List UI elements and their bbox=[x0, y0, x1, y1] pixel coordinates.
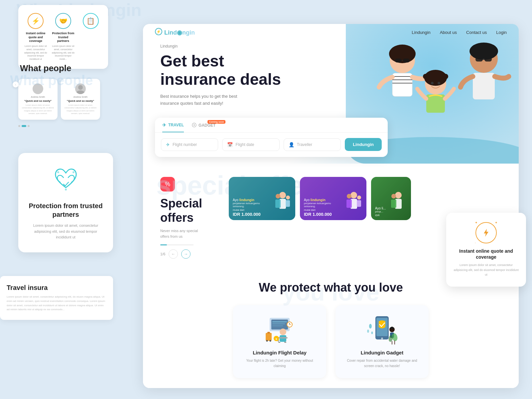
svg-point-1 bbox=[34, 90, 42, 94]
nav-about[interactable]: About us bbox=[440, 30, 457, 35]
discount-percent: % bbox=[165, 181, 170, 188]
flight-date-field[interactable]: 📅 Flight date bbox=[222, 138, 279, 151]
main-panel: ⚡ Lind◉ngin Lindungin About us Contact u… bbox=[143, 24, 519, 388]
svg-rect-79 bbox=[390, 328, 394, 329]
hero-title-line1: Get best bbox=[160, 52, 224, 70]
traveller-field[interactable]: 👤 Traveller bbox=[284, 138, 341, 151]
offer-card-1-content: Ayo lindungin perjalanan keluargamusekar… bbox=[229, 195, 295, 220]
svg-rect-24 bbox=[426, 94, 445, 113]
svg-rect-65 bbox=[284, 342, 286, 343]
testimonial-body-2: Lorem ipsum dolor sit amet, consectetur … bbox=[64, 104, 97, 115]
offer-card-2[interactable]: Ayo lindungin perjalanan keluargamusekar… bbox=[300, 177, 366, 220]
protect-card-flight: $ Lindungin Flight Delay Your flight is … bbox=[233, 305, 326, 378]
offers-progress-fill bbox=[160, 244, 167, 245]
protect-card-gadget: Lindungin Gadget Cover repair from accid… bbox=[335, 305, 429, 378]
svg-point-21 bbox=[443, 74, 448, 79]
feature-instant: ⚡ Instant online quote and coverage Lore… bbox=[24, 13, 47, 61]
svg-rect-28 bbox=[484, 57, 492, 62]
tab-gadget-label: GADGET bbox=[199, 123, 215, 128]
offers-pagination: 1/6 ← → bbox=[160, 249, 217, 259]
form-fields: ✈ Flight number 📅 Flight date 👤 Travelle… bbox=[155, 138, 388, 151]
svg-point-76 bbox=[371, 332, 373, 334]
hero-section: ⚡ Lind◉ngin Lindungin About us Contact u… bbox=[143, 24, 519, 164]
flight-icon: ✈ bbox=[166, 142, 170, 147]
feature-protection-title: Protection from trusted partners bbox=[52, 32, 75, 43]
travel-insura-section: Travel insura Lorem ipsum dolor sit amet… bbox=[0, 276, 113, 320]
offers-next-btn[interactable]: → bbox=[181, 249, 191, 259]
nav-links: Lindungin About us Contact us Login bbox=[412, 30, 507, 35]
svg-point-3 bbox=[76, 90, 84, 94]
svg-point-23 bbox=[438, 82, 440, 84]
svg-rect-27 bbox=[475, 57, 483, 62]
flight-delay-desc: Your flight is 2h late? Get your money w… bbox=[240, 358, 320, 369]
offers-title: Special offers bbox=[160, 196, 217, 225]
svg-point-59 bbox=[270, 340, 271, 342]
testimonial-quote-2: "Quick and so easily" bbox=[64, 99, 97, 102]
gadget-icon bbox=[192, 123, 197, 128]
dot-3[interactable] bbox=[28, 125, 30, 127]
dot-1[interactable] bbox=[18, 125, 20, 127]
offers-progress-bar bbox=[160, 244, 194, 245]
offers-prev-btn[interactable]: ← bbox=[169, 249, 178, 259]
testimonial-quote-1: "Quick and so easily" bbox=[22, 99, 54, 102]
svg-point-26 bbox=[469, 43, 498, 60]
protection-card-title: Protection from trusted partners bbox=[28, 201, 104, 219]
what-people-bg-text: What people bbox=[10, 72, 93, 88]
testimonial-prev-btn[interactable]: ‹ bbox=[13, 81, 19, 87]
feature-protection: 🤝 Protection from trusted partners Lorem… bbox=[52, 13, 75, 61]
nav-login[interactable]: Login bbox=[496, 30, 507, 35]
svg-rect-62 bbox=[278, 337, 288, 338]
svg-rect-56 bbox=[266, 333, 272, 341]
calendar-icon: 📅 bbox=[227, 142, 233, 147]
hero-subtitle: Best insurance helps you to get the best… bbox=[160, 93, 281, 107]
tabs-row: ✈ TRAVEL GADGET Coming soon bbox=[155, 118, 388, 133]
protect-section: you love We protect what you love bbox=[143, 269, 519, 388]
svg-point-60 bbox=[280, 329, 286, 335]
svg-rect-64 bbox=[278, 342, 280, 343]
search-submit-btn[interactable]: Lindungin bbox=[345, 138, 382, 151]
offer-card-1[interactable]: Ayo lindungin perjalanan keluargamusekar… bbox=[229, 177, 295, 220]
svg-point-22 bbox=[431, 82, 434, 84]
testimonial-name-1: Andrea Smith bbox=[22, 96, 54, 98]
claims-icon: 📋 bbox=[83, 13, 99, 29]
what-people-section: What people What people ‹ Andrea Smith "… bbox=[0, 63, 110, 127]
tab-gadget[interactable]: GADGET Coming soon bbox=[192, 123, 215, 132]
instant-icon: ⚡ bbox=[28, 13, 44, 29]
dot-2[interactable] bbox=[22, 125, 26, 127]
offer-card-3-ayo: Ayo li... bbox=[375, 206, 407, 210]
feature-instant-title: Instant online quote and coverage bbox=[24, 32, 47, 43]
spark-1: ✦ bbox=[475, 221, 477, 224]
spark-3: · bbox=[475, 241, 476, 245]
tab-travel[interactable]: ✈ TRAVEL bbox=[162, 122, 184, 132]
feature-instant-body: Lorem ipsum dolor sit amet, consectetur … bbox=[24, 45, 47, 61]
hero-title-line2: insurance deals bbox=[160, 70, 281, 88]
traveller-placeholder: Traveller bbox=[297, 142, 312, 147]
offers-title-line2: offers bbox=[160, 211, 194, 224]
svg-point-75 bbox=[367, 330, 369, 333]
testimonial-body-1: Lorem ipsum dolor sit amet, consectetur … bbox=[22, 104, 54, 115]
feature-claims: 📋 bbox=[79, 13, 102, 61]
offer-card-3-content: Ayo li... perja... IDR bbox=[371, 203, 411, 220]
offer-card-1-sub: perjalanan keluargamusekarang. bbox=[233, 202, 291, 208]
testimonial-dots bbox=[0, 125, 110, 127]
svg-rect-57 bbox=[267, 332, 270, 333]
protection-card-body: Lorem ipsum dolor sit amet, consectetur … bbox=[28, 223, 104, 240]
svg-point-5 bbox=[72, 171, 74, 173]
svg-text:$: $ bbox=[276, 337, 277, 340]
svg-point-20 bbox=[423, 74, 428, 79]
svg-rect-11 bbox=[395, 59, 402, 63]
flight-number-field[interactable]: ✈ Flight number bbox=[161, 138, 218, 151]
offer-card-3[interactable]: Ayo li... perja... IDR bbox=[371, 177, 411, 220]
feature-protection-body: Lorem ipsum dolor sit amet, consectetur … bbox=[52, 45, 75, 61]
nav-contact[interactable]: Contact us bbox=[466, 30, 487, 35]
svg-point-34 bbox=[194, 124, 195, 126]
logo: ⚡ Lind◉ngin bbox=[155, 28, 195, 37]
nav-lindungin[interactable]: Lindungin bbox=[412, 30, 430, 35]
instant-card-body: Lorem ipsum dolor sit amet, consectetur … bbox=[454, 263, 519, 277]
flight-delay-title: Lindungin Flight Delay bbox=[240, 350, 320, 355]
svg-rect-12 bbox=[403, 59, 410, 63]
svg-rect-30 bbox=[473, 73, 495, 99]
navbar: ⚡ Lind◉ngin Lindungin About us Contact u… bbox=[143, 24, 519, 41]
svg-point-4 bbox=[57, 171, 59, 173]
gadget-desc: Cover repair from accidental water damag… bbox=[342, 358, 422, 369]
